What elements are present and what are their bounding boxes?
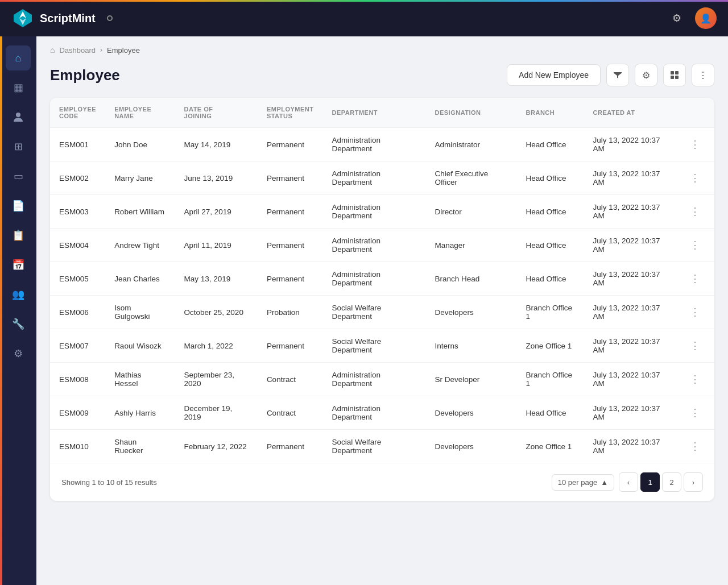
- sidebar-item-docs[interactable]: 📄: [6, 193, 31, 218]
- cell-department: Administration Department: [323, 229, 426, 262]
- row-more-button[interactable]: ⋮: [685, 137, 705, 152]
- sidebar-item-reports[interactable]: 📋: [6, 223, 31, 248]
- cell-name: Shaun Ruecker: [105, 430, 175, 463]
- row-more-button[interactable]: ⋮: [685, 405, 705, 420]
- sidebar-item-tools[interactable]: 🔧: [6, 312, 31, 337]
- cell-designation: Director: [425, 195, 516, 229]
- page-prev-button[interactable]: ‹: [619, 472, 638, 492]
- pagination-right: 10 per page ▲ ‹ 1 2 ›: [552, 472, 703, 492]
- col-header-doj: DATE OFJOINING: [175, 98, 258, 128]
- cell-created-at: July 13, 2022 10:37 AM: [584, 229, 676, 262]
- cell-branch: Head Office: [517, 396, 584, 430]
- row-more-button[interactable]: ⋮: [685, 338, 705, 353]
- main-layout: ⌂ ▦ ⊞ ▭ 📄 📋 📅 👥 🔧 ⚙ ⌂ Dashboard › Employ…: [0, 36, 728, 585]
- cell-status: Permanent: [258, 161, 323, 195]
- row-more-button[interactable]: ⋮: [685, 372, 705, 387]
- cell-designation: Developers: [425, 296, 516, 329]
- cell-code: ESM007: [50, 329, 105, 363]
- cell-department: Administration Department: [323, 161, 426, 195]
- sidebar-item-dashboard[interactable]: ⊞: [6, 134, 31, 159]
- page-2-button[interactable]: 2: [662, 472, 681, 492]
- add-new-employee-button[interactable]: Add New Employee: [507, 64, 601, 86]
- cell-designation: Branch Head: [425, 262, 516, 296]
- cell-code: ESM001: [50, 128, 105, 161]
- cell-name: Mathias Hessel: [105, 363, 175, 396]
- cell-doj: April 27, 2019: [175, 195, 258, 229]
- cell-name: Jean Charles: [105, 262, 175, 296]
- cell-name: Andrew Tight: [105, 229, 175, 262]
- page-next-button[interactable]: ›: [684, 472, 703, 492]
- cell-department: Administration Department: [323, 396, 426, 430]
- pagination-showing: Showing 1 to 10 of 15 results: [61, 478, 157, 487]
- cell-actions: ⋮: [676, 161, 714, 195]
- col-header-actions: [676, 98, 714, 128]
- sidebar-item-home[interactable]: ⌂: [6, 45, 31, 70]
- row-more-button[interactable]: ⋮: [685, 238, 705, 252]
- header-actions: Add New Employee ⚙ ⋮: [507, 64, 714, 86]
- svg-rect-6: [671, 76, 674, 79]
- row-more-button[interactable]: ⋮: [685, 271, 705, 286]
- settings-icon[interactable]: ⚙: [668, 9, 686, 27]
- cell-name: Raoul Wisozk: [105, 329, 175, 363]
- cell-created-at: July 13, 2022 10:37 AM: [584, 195, 676, 229]
- cell-code: ESM006: [50, 296, 105, 329]
- cell-branch: Head Office: [517, 195, 584, 229]
- sidebar-item-employee[interactable]: [6, 105, 31, 130]
- breadcrumb-current: Employee: [107, 46, 140, 55]
- table-body: ESM001 John Doe May 14, 2019 Permanent A…: [50, 128, 714, 463]
- col-header-code: EMPLOYEECODE: [50, 98, 105, 128]
- cell-doj: June 13, 2019: [175, 161, 258, 195]
- filter-button[interactable]: [606, 64, 629, 86]
- settings-button[interactable]: ⚙: [635, 64, 657, 86]
- cell-status: Permanent: [258, 430, 323, 463]
- sidebar-item-calendar[interactable]: 📅: [6, 252, 31, 277]
- svg-rect-5: [675, 71, 679, 74]
- cell-status: Permanent: [258, 229, 323, 262]
- page-header: Employee Add New Employee ⚙: [50, 64, 714, 86]
- more-options-button[interactable]: ⋮: [692, 64, 714, 86]
- page-1-button[interactable]: 1: [640, 472, 660, 492]
- breadcrumb: ⌂ Dashboard › Employee: [50, 45, 714, 55]
- cell-doj: May 13, 2019: [175, 262, 258, 296]
- sidebar-item-settings[interactable]: ⚙: [6, 341, 31, 366]
- table-row: ESM009 Ashly Harris December 19, 2019 Co…: [50, 396, 714, 430]
- sidebar-item-grid[interactable]: ▦: [6, 75, 31, 100]
- cell-branch: Head Office: [517, 128, 584, 161]
- breadcrumb-separator: ›: [100, 46, 102, 54]
- cell-name: Marry Jane: [105, 161, 175, 195]
- cell-actions: ⋮: [676, 229, 714, 262]
- logo-area: ScriptMint: [11, 7, 668, 30]
- row-more-button[interactable]: ⋮: [685, 171, 705, 185]
- col-header-desig: DESIGNATION: [425, 98, 516, 128]
- cell-branch: Head Office: [517, 262, 584, 296]
- col-header-branch: BRANCH: [517, 98, 584, 128]
- row-more-button[interactable]: ⋮: [685, 305, 705, 320]
- cell-department: Administration Department: [323, 363, 426, 396]
- cell-branch: Zone Office 1: [517, 329, 584, 363]
- cell-actions: ⋮: [676, 396, 714, 430]
- main-content: ⌂ Dashboard › Employee Employee Add New …: [36, 36, 728, 585]
- topnav-right: ⚙ 👤: [668, 7, 717, 29]
- row-more-button[interactable]: ⋮: [685, 204, 705, 219]
- view-toggle-button[interactable]: [663, 64, 686, 86]
- employee-table: EMPLOYEECODE EMPLOYEENAME DATE OFJOINING…: [50, 98, 714, 463]
- cell-doj: May 14, 2019: [175, 128, 258, 161]
- cell-department: Social Welfare Department: [323, 430, 426, 463]
- cell-name: Isom Gulgowski: [105, 296, 175, 329]
- svg-point-3: [16, 113, 20, 117]
- cell-actions: ⋮: [676, 262, 714, 296]
- row-more-button[interactable]: ⋮: [685, 439, 705, 454]
- cell-created-at: July 13, 2022 10:37 AM: [584, 161, 676, 195]
- col-header-name: EMPLOYEENAME: [105, 98, 175, 128]
- cell-doj: September 23, 2020: [175, 363, 258, 396]
- cell-status: Contract: [258, 396, 323, 430]
- svg-rect-7: [675, 76, 679, 79]
- cell-status: Contract: [258, 363, 323, 396]
- cell-created-at: July 13, 2022 10:37 AM: [584, 329, 676, 363]
- sidebar-item-board[interactable]: ▭: [6, 164, 31, 189]
- sidebar-item-teams[interactable]: 👥: [6, 282, 31, 307]
- avatar[interactable]: 👤: [695, 7, 717, 29]
- per-page-select[interactable]: 10 per page ▲: [552, 474, 614, 491]
- breadcrumb-home-label[interactable]: Dashboard: [59, 46, 96, 55]
- cell-branch: Head Office: [517, 161, 584, 195]
